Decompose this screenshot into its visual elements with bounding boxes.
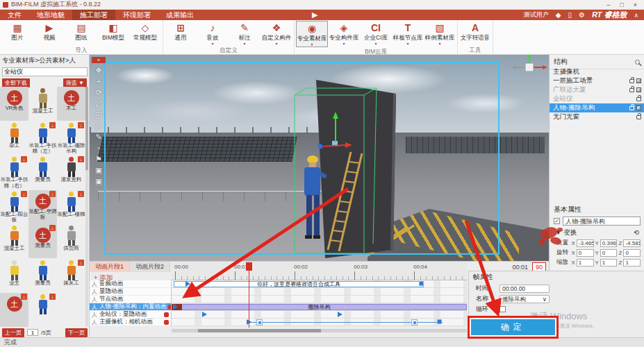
viewport-3d[interactable]: « ❖ + ⟳ ⤢ ◱ ◎ ✎ ▫ ⚑ ▣ ▣ [90, 55, 549, 261]
import-picture-button[interactable]: ▦图片 [1, 21, 33, 46]
track-main-camera[interactable]: 人主摄像机：相机动画 [90, 319, 171, 326]
model-icon[interactable] [636, 78, 641, 83]
import-drawing-button[interactable]: ▤图纸 [65, 21, 97, 46]
annotation-button[interactable]: ✎标注▾ [229, 21, 261, 46]
frame-tool-icon[interactable]: ▣ [95, 166, 102, 174]
keyframe-icon[interactable] [437, 319, 442, 324]
library-item[interactable]: 测量员 [28, 155, 57, 189]
download-badge-icon[interactable]: ↓ [21, 191, 27, 197]
tree-item-main-camera[interactable]: 主摄像机 [550, 67, 644, 76]
track-visibility[interactable]: 人显隐动画 [90, 288, 171, 296]
library-item[interactable]: ↓装配工-楼梯 [57, 190, 85, 224]
minimize-button[interactable]: – [606, 1, 610, 8]
tree-item-wall[interactable]: 无门无窗 [550, 112, 644, 121]
view-axis-gizmo[interactable] [511, 55, 547, 71]
custom-component-button[interactable]: ❖自定义构件▾ [261, 21, 292, 46]
person-animation-clip[interactable]: 搬除吊构 [172, 304, 467, 310]
focus-tool-icon[interactable]: ◎ [95, 121, 102, 130]
library-item[interactable]: ↓土装配工-空调板 [28, 190, 57, 224]
search-input[interactable] [2, 67, 88, 76]
collapse-ribbon-icon[interactable]: ∧ [634, 12, 638, 19]
lock-icon[interactable] [636, 97, 641, 101]
tree-item-building[interactable]: 广联达大厦 [550, 85, 644, 94]
library-item[interactable]: ↓土 [0, 293, 28, 327]
menu-file[interactable]: 文件 [0, 10, 29, 20]
transform-reset-icon[interactable]: ⟲ [634, 228, 639, 237]
track-node[interactable]: 人节点动画 [90, 296, 171, 303]
transform-section-caret[interactable]: ▼ 变换 [555, 228, 577, 237]
component-library-button[interactable]: ◈专业构件库▾ [328, 21, 360, 47]
audio-clip[interactable]: 你好，这里是睿格致语音合成工具 [174, 281, 424, 287]
text-to-speech-button[interactable]: A文字转语音 [459, 21, 491, 46]
frame-name-select[interactable]: 搬除吊构∨ [499, 295, 550, 303]
download-badge-icon[interactable]: ↓ [21, 156, 27, 162]
next-page-button[interactable]: 下一页 [65, 328, 88, 337]
menu-output[interactable]: 成果输出 [158, 10, 201, 20]
download-badge-icon[interactable]: ↓ [49, 122, 56, 128]
download-badge-icon[interactable]: ↓ [78, 156, 84, 162]
tab-animation-clip-2[interactable]: 动画片段2 [130, 262, 170, 272]
enterprise-ci-library-button[interactable]: CI企业CI库▾ [360, 21, 392, 47]
library-item[interactable]: ↓吊装工-搬除吊构 [57, 121, 85, 155]
import-generic-model-button[interactable]: ◇常规模型 [129, 21, 161, 46]
library-item[interactable]: 土木工 [57, 87, 85, 121]
import-video-button[interactable]: ▶视频 [33, 21, 65, 46]
keyframe-icon[interactable] [185, 281, 190, 287]
download-badge-icon[interactable]: ↓ [49, 191, 56, 197]
position-x-input[interactable]: -3.465 [577, 239, 594, 247]
scale-x-input[interactable]: 1 [577, 259, 594, 266]
close-button[interactable]: × [634, 1, 637, 8]
academy-icon[interactable]: ◆ [556, 11, 561, 19]
lock-icon[interactable] [629, 106, 634, 110]
tree-item-person[interactable]: 人物-搬除吊构 [550, 103, 644, 112]
material-library-button[interactable]: ◉专业素材库▾ [296, 21, 328, 47]
move-tool-icon[interactable]: + [97, 77, 101, 85]
sample-library-button[interactable]: ▧样例素材库▾ [424, 21, 456, 47]
tree-item-total-station[interactable]: 全站仪 [550, 94, 644, 103]
library-scrollbar[interactable] [85, 87, 88, 326]
position-y-input[interactable]: 0.3969 [600, 239, 618, 247]
timeline-grid[interactable]: 00:00 00:01 00:02 00:03 00:04 你好，这里是睿格致语… [172, 262, 467, 338]
menu-terrain[interactable]: 地形地貌 [29, 10, 72, 20]
library-item[interactable]: 混凝土工 [28, 87, 57, 121]
rotation-x-input[interactable]: 0 [577, 249, 594, 257]
library-item[interactable]: ↓土测量员 [28, 224, 57, 258]
download-badge-icon[interactable]: ↓ [78, 260, 84, 266]
download-badge-icon[interactable]: ↓ [21, 294, 27, 300]
model-icon[interactable] [636, 105, 641, 110]
track-person-builtin[interactable]: 人人物-搬除吊构：内置动画 [90, 303, 171, 311]
library-item[interactable]: ↓装配工-阳台板 [0, 190, 28, 224]
position-z-input[interactable]: -4.581 [623, 239, 641, 247]
library-item[interactable]: 土VR角色 [0, 87, 28, 121]
scale-tool-icon[interactable]: ⤢ [96, 99, 102, 108]
frame-time-field[interactable]: 00:00.00 [499, 285, 550, 293]
prev-page-button[interactable]: 上一页 [2, 328, 24, 337]
page-number-input[interactable] [27, 329, 38, 336]
maximize-button[interactable]: □ [620, 1, 623, 8]
track-audio[interactable]: 人音频动画 [90, 280, 171, 288]
model-icon[interactable] [636, 87, 641, 92]
general-button[interactable]: ⊞通用 [165, 21, 197, 46]
frame2-tool-icon[interactable]: ▣ [95, 177, 102, 185]
library-item[interactable]: 业主 [0, 259, 28, 293]
structure-search-icon[interactable] [635, 60, 640, 65]
confirm-button[interactable]: 确定 [471, 319, 555, 335]
import-bim-model-button[interactable]: ◧BIM模型 [97, 21, 129, 46]
library-item[interactable]: ↓吊装工-手扶梯（左） [28, 121, 57, 155]
library-item[interactable]: 杂工 [0, 121, 28, 155]
tab-animation-clip-1[interactable]: 动画片段1 [90, 262, 130, 272]
keyframe-icon[interactable] [419, 281, 424, 286]
record-icon[interactable] [164, 312, 169, 317]
lock-icon[interactable] [636, 115, 641, 119]
timeline-scrollbar[interactable] [172, 329, 467, 332]
device-icon[interactable]: ▯ [568, 11, 572, 19]
track-total-station[interactable]: 人全站仪：显隐动画 [90, 311, 171, 319]
annotate-tool-icon[interactable]: ✎ [95, 133, 101, 141]
scale-y-input[interactable]: 1 [600, 259, 618, 266]
sound-effect-button[interactable]: ♪音效▾ [197, 21, 229, 46]
pan-h-icon[interactable]: ❖ [95, 66, 102, 74]
object-name-field[interactable]: 人物-搬除吊构 [563, 217, 641, 226]
download-badge-icon[interactable]: ↓ [49, 294, 56, 300]
download-badge-icon[interactable]: ↓ [49, 225, 56, 231]
scale-z-input[interactable]: 1 [623, 259, 641, 266]
